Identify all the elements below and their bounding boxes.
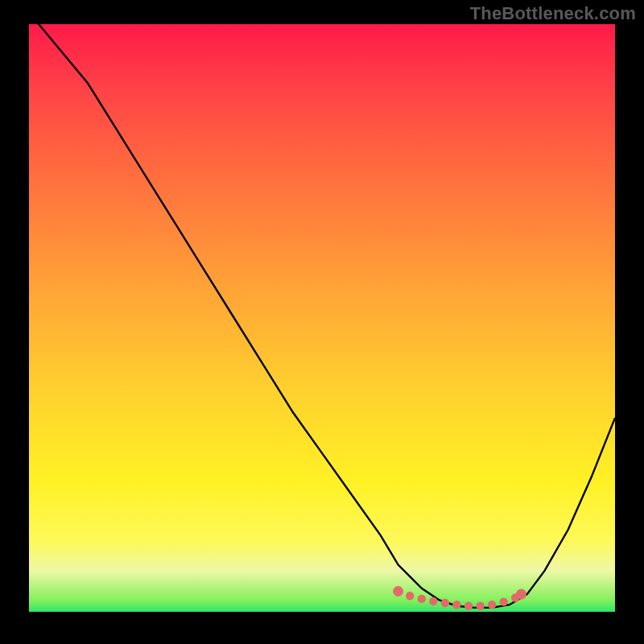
watermark-text: TheBottleneck.com [470,3,636,24]
marker-dot [418,595,426,603]
marker-dot [516,589,526,600]
marker-dot [441,599,449,607]
curve-layer [29,24,615,612]
highlight-markers [393,586,526,610]
marker-dot [429,597,437,605]
marker-dot [406,592,414,600]
marker-dot [476,602,484,610]
marker-dot [452,601,460,609]
marker-dot [500,597,508,605]
plot-area [29,24,615,612]
chart-frame: TheBottleneck.com [0,0,644,644]
marker-dot [488,601,496,609]
bottleneck-curve [29,24,615,608]
marker-dot [393,586,403,597]
marker-dot [464,602,473,610]
